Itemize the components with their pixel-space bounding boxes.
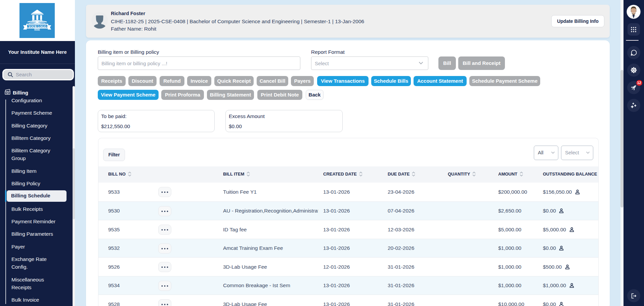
svg-text:HERE: HERE — [34, 28, 40, 31]
svg-text:YOUR LOGO: YOUR LOGO — [28, 25, 46, 28]
